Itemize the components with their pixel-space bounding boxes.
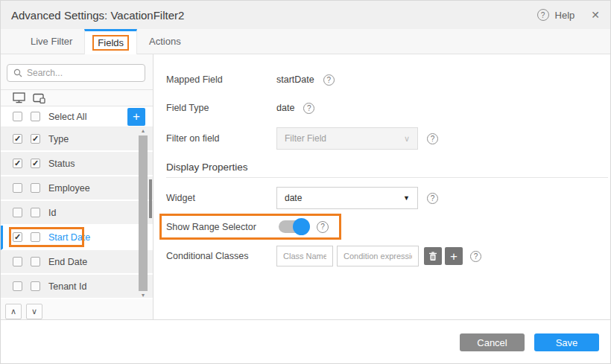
field-row[interactable]: Status	[1, 152, 153, 176]
delete-condition-button[interactable]	[424, 247, 442, 265]
widget-select[interactable]: date ▼	[276, 187, 418, 209]
help-icon[interactable]: ?	[303, 103, 314, 114]
help-icon[interactable]: ?	[470, 251, 481, 262]
help-icon[interactable]: ?	[323, 74, 335, 86]
add-field-button[interactable]: +	[127, 108, 145, 126]
footer: Cancel Save	[1, 320, 610, 364]
close-icon[interactable]: ✕	[591, 9, 600, 21]
field-list: Type Status Employee Id	[1, 127, 153, 299]
chevron-down-icon: ∨	[404, 134, 410, 144]
mobile-checkbox[interactable]	[31, 159, 40, 168]
field-properties-panel: Mapped Field startDate ? Field Type date…	[153, 54, 610, 319]
filter-field-select: Filter Field ∨	[276, 127, 418, 150]
field-row[interactable]: Start Date	[1, 226, 153, 250]
page-title: Advanced Settings: VacationFilter2	[11, 9, 537, 22]
show-range-selector-label: Show Range Selector	[166, 222, 279, 232]
help-icon[interactable]: ?	[427, 133, 438, 144]
tab-actions[interactable]: Actions	[137, 29, 193, 54]
mobile-checkbox[interactable]	[31, 232, 40, 242]
scrollbar-thumb[interactable]	[139, 135, 148, 291]
add-condition-button[interactable]: +	[445, 247, 463, 265]
select-all-mobile-checkbox[interactable]	[31, 112, 40, 121]
field-row[interactable]: Id	[1, 201, 153, 226]
outer-scrollbar-thumb[interactable]	[149, 179, 152, 218]
move-down-button[interactable]: ∨	[26, 304, 42, 319]
device-columns	[1, 90, 153, 106]
field-type-value: date	[276, 103, 294, 113]
filter-on-field-label: Filter on field	[166, 133, 276, 144]
tab-live-filter[interactable]: Live Filter	[19, 29, 84, 54]
list-scrollbar[interactable]: ▴ ▾	[139, 127, 148, 299]
mapped-field-value: startDate	[276, 74, 314, 85]
help-icon[interactable]: ?	[317, 221, 329, 233]
field-type-label: Field Type	[166, 103, 276, 113]
cancel-button[interactable]: Cancel	[460, 333, 525, 351]
toggle-knob	[293, 218, 310, 235]
desktop-checkbox[interactable]	[13, 208, 22, 217]
section-divider	[166, 177, 608, 178]
widget-label: Widget	[166, 193, 276, 203]
desktop-icon	[13, 92, 25, 103]
desktop-checkbox[interactable]	[13, 232, 22, 242]
dialog-header: Advanced Settings: VacationFilter2 ? Hel…	[1, 1, 610, 29]
desktop-checkbox[interactable]	[13, 281, 22, 291]
conditional-classes-label: Conditional Classes	[166, 251, 276, 261]
mobile-checkbox[interactable]	[31, 281, 40, 291]
save-button[interactable]: Save	[534, 333, 599, 351]
field-row[interactable]: Employee	[1, 176, 153, 201]
tab-bar: Live Filter Fields Actions	[1, 29, 610, 54]
field-row[interactable]: End Date	[1, 250, 153, 275]
show-range-selector-toggle[interactable]	[279, 220, 308, 233]
mobile-checkbox[interactable]	[31, 134, 40, 144]
move-up-button[interactable]: ∧	[5, 304, 22, 319]
scroll-up-icon[interactable]: ▴	[142, 127, 145, 135]
field-row[interactable]: Tenant Id	[1, 275, 153, 299]
select-all-row[interactable]: Select All +	[1, 106, 153, 127]
mobile-icon	[33, 93, 45, 103]
field-row[interactable]: Type	[1, 127, 153, 152]
help-icon[interactable]: ?	[427, 193, 438, 204]
trash-icon	[428, 252, 437, 261]
desktop-checkbox[interactable]	[13, 134, 22, 144]
desktop-checkbox[interactable]	[13, 183, 22, 193]
fields-sidebar: Select All + Type Status Employee	[1, 54, 153, 319]
scroll-down-icon[interactable]: ▾	[142, 292, 145, 299]
dropdown-arrow-icon: ▼	[403, 194, 410, 202]
help-link[interactable]: Help	[555, 10, 575, 21]
search-box	[7, 64, 145, 82]
desktop-checkbox[interactable]	[13, 159, 22, 168]
mapped-field-label: Mapped Field	[166, 74, 276, 85]
mobile-checkbox[interactable]	[31, 257, 40, 266]
search-icon	[13, 68, 22, 77]
mobile-checkbox[interactable]	[31, 183, 40, 193]
tab-fields[interactable]: Fields	[84, 29, 137, 54]
select-all-desktop-checkbox[interactable]	[13, 112, 22, 121]
mobile-checkbox[interactable]	[31, 208, 40, 217]
show-range-selector-highlight: Show Range Selector ?	[159, 214, 341, 240]
condition-expression-input[interactable]	[337, 246, 419, 266]
class-name-input[interactable]	[276, 246, 333, 266]
help-icon[interactable]: ?	[537, 9, 549, 21]
search-input[interactable]	[27, 68, 142, 78]
desktop-checkbox[interactable]	[13, 257, 22, 266]
advanced-settings-dialog: Advanced Settings: VacationFilter2 ? Hel…	[0, 0, 611, 364]
section-title: Display Properties	[166, 162, 610, 173]
